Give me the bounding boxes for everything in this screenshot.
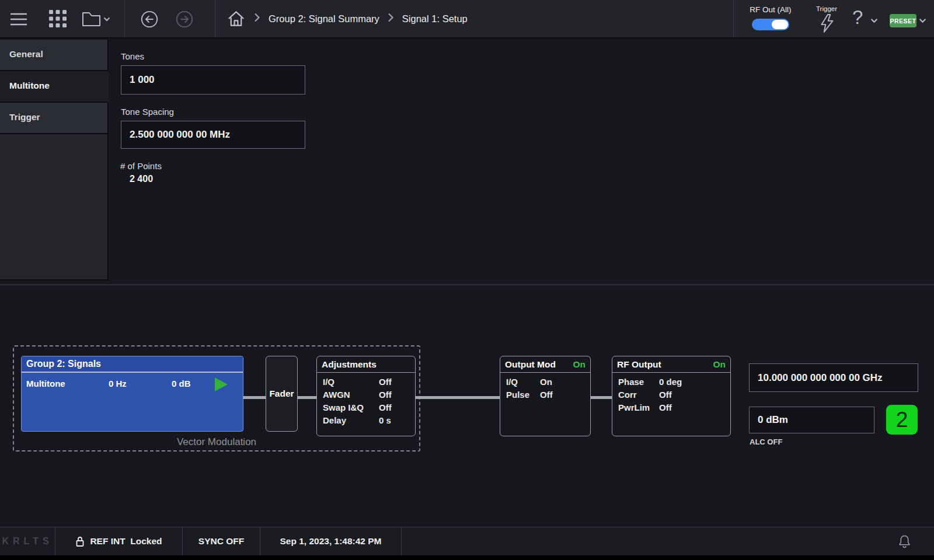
channel-badge[interactable]: 2 — [886, 405, 918, 435]
adjustment-value: Off — [379, 388, 392, 401]
adjustment-label: AWGN — [323, 388, 379, 401]
rf-out-toggle[interactable] — [752, 19, 789, 30]
app-window: Group 2: Signal Summary Signal 1: Setup … — [0, 0, 934, 560]
toolbar-separator — [215, 0, 215, 37]
toolbar-separator — [124, 0, 125, 37]
adjustment-label: Delay — [323, 414, 379, 427]
output-mod-value: Off — [540, 388, 553, 401]
adjustment-label: Swap I&Q — [323, 401, 379, 414]
trigger-label: Trigger — [810, 5, 843, 12]
adjustment-value: Off — [379, 376, 392, 388]
toolbar-separator — [733, 0, 734, 37]
output-mod-block[interactable]: Output Mod On I/QOn PulseOff — [500, 356, 591, 436]
rf-output-label: Corr — [618, 388, 659, 401]
output-mod-value: On — [540, 376, 552, 388]
adjustments-block[interactable]: Adjustments I/QOff AWGNOff Swap I&QOff D… — [316, 356, 416, 436]
lock-icon — [75, 536, 85, 547]
brand-logo: KRLTS — [0, 527, 55, 555]
breadcrumb-group-summary[interactable]: Group 2: Signal Summary — [269, 13, 379, 24]
sidebar-item-general[interactable]: General — [0, 40, 109, 71]
open-file-chevron-down-icon[interactable] — [103, 17, 110, 22]
fader-label: Fader — [269, 388, 294, 399]
alc-status-label: ALC OFF — [750, 438, 782, 446]
rf-out-toggle-knob — [772, 20, 788, 29]
rf-output-value: Off — [659, 401, 672, 414]
play-icon[interactable] — [215, 377, 228, 391]
breadcrumb-chevron-icon — [388, 12, 394, 25]
rf-output-label: Phase — [618, 376, 659, 388]
tone-spacing-label: Tone Spacing — [121, 107, 174, 117]
reference-status-cell[interactable]: REF INT Locked — [55, 527, 183, 555]
adjustment-label: I/Q — [323, 376, 379, 388]
group2-signals-title: Group 2: Signals — [22, 356, 243, 373]
toolbar: Group 2: Signal Summary Signal 1: Setup … — [0, 0, 934, 38]
adjustments-title: Adjustments — [322, 359, 377, 370]
help-chevron-down-icon[interactable] — [870, 18, 878, 23]
points-label: # of Points — [120, 161, 162, 171]
adjustment-value: Off — [379, 401, 392, 414]
breadcrumb-signal-setup[interactable]: Signal 1: Setup — [402, 13, 468, 24]
frequency-field[interactable]: 10.000 000 000 000 00 GHz — [749, 363, 918, 392]
forward-button[interactable] — [175, 10, 194, 29]
points-value: 2 400 — [130, 174, 153, 184]
preset-button[interactable]: PRESET — [890, 14, 916, 27]
datetime-cell[interactable]: Sep 1, 2023, 1:48:42 PM — [260, 527, 402, 555]
preset-chevron-down-icon[interactable] — [919, 18, 926, 23]
connector-line — [591, 396, 612, 399]
signal-name: Multitone — [26, 379, 65, 388]
status-bar: KRLTS REF INT Locked SYNC OFF Sep 1, 202… — [0, 527, 934, 555]
output-mod-status: On — [573, 359, 586, 370]
fader-block[interactable]: Fader — [266, 356, 298, 432]
rf-out-label: RF Out (All) — [746, 5, 795, 14]
help-button[interactable]: ? — [852, 7, 863, 28]
trigger-bolt-icon[interactable] — [820, 14, 835, 33]
breadcrumb-chevron-icon — [254, 12, 260, 25]
output-mod-label: Pulse — [506, 388, 540, 401]
vector-modulation-label: Vector Modulation — [14, 436, 419, 448]
rf-output-label: PwrLim — [618, 401, 659, 414]
notifications-bell-icon[interactable] — [898, 527, 911, 555]
rf-output-status: On — [713, 359, 726, 370]
signal-level: 0 dB — [172, 379, 191, 388]
reference-status-text: REF INT Locked — [90, 536, 162, 547]
sidebar-panel — [0, 134, 109, 281]
sync-status-cell[interactable]: SYNC OFF — [183, 527, 260, 555]
connector-line — [243, 396, 266, 399]
output-mod-label: I/Q — [506, 376, 540, 388]
sidebar-item-multitone[interactable]: Multitone — [0, 71, 109, 103]
sidebar-item-trigger[interactable]: Trigger — [0, 103, 109, 134]
tones-input[interactable]: 1 000 — [121, 65, 305, 94]
adjustment-value: 0 s — [379, 414, 391, 427]
back-button[interactable] — [140, 10, 159, 29]
tone-spacing-input[interactable]: 2.500 000 000 00 MHz — [121, 121, 305, 149]
rf-output-value: 0 deg — [659, 376, 682, 388]
home-icon[interactable] — [226, 9, 246, 28]
datetime-text: Sep 1, 2023, 1:48:42 PM — [280, 536, 381, 547]
rf-output-title: RF Output — [617, 359, 661, 370]
rf-output-block[interactable]: RF Output On Phase0 deg CorrOff PwrLimOf… — [612, 356, 731, 436]
hamburger-menu-icon[interactable] — [10, 12, 27, 26]
apps-grid-icon[interactable] — [49, 10, 67, 27]
tones-label: Tones — [121, 51, 144, 61]
rf-output-value: Off — [659, 388, 672, 401]
connector-line — [298, 396, 316, 399]
output-mod-title: Output Mod — [505, 359, 556, 370]
amplitude-field[interactable]: 0 dBm — [749, 407, 874, 433]
signal-frequency-offset: 0 Hz — [109, 379, 127, 388]
section-divider — [0, 284, 934, 285]
connector-line — [416, 396, 500, 399]
bottom-edge — [0, 555, 934, 560]
open-file-icon[interactable] — [82, 11, 103, 27]
breadcrumb: Group 2: Signal Summary Signal 1: Setup — [226, 0, 468, 37]
group2-signals-block[interactable]: Group 2: Signals Multitone 0 Hz 0 dB — [21, 356, 243, 432]
sync-status-text: SYNC OFF — [198, 536, 244, 547]
